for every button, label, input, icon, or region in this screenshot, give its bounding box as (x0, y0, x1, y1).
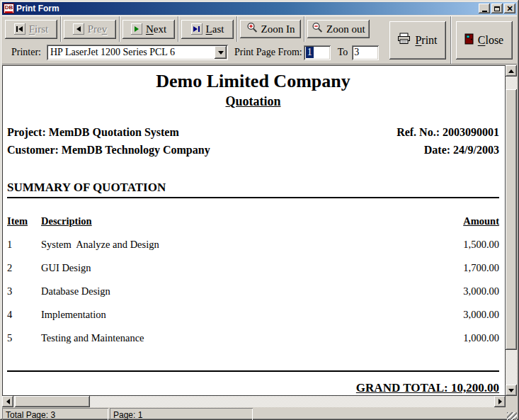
page-to-input[interactable]: 3 (352, 45, 379, 60)
app-icon-letters: DB (5, 5, 13, 11)
page-to-value: 3 (354, 47, 359, 58)
printer-select[interactable]: HP LaserJet 1200 Series PCL 6 (47, 45, 228, 60)
minimize-button[interactable] (479, 4, 490, 13)
total-divider (7, 370, 499, 372)
row-item-no: 1 (7, 239, 41, 251)
nav-button-row: FirstPrevNextLast Zoon In (2, 16, 384, 42)
zoom-out-icon (312, 22, 324, 37)
printer-icon (397, 33, 411, 47)
horizontal-scroll-thumb[interactable] (15, 396, 90, 407)
print-page-from-label: Print Page From: (234, 47, 302, 58)
document-page: Demo Limited Company Quotation Project: … (2, 65, 506, 396)
row-item-no: 4 (7, 309, 41, 321)
ref-no: Ref. No.: 2003090001 (397, 126, 499, 139)
section-divider (7, 197, 499, 198)
table-row: 3Database Design3,000.00 (7, 285, 499, 297)
table-header-row: Item Description Amount (7, 215, 499, 227)
app-icon: DB (4, 4, 14, 13)
go-first-icon (14, 23, 25, 35)
resize-grip[interactable] (507, 412, 517, 420)
row-amount: 1,500.00 (463, 239, 499, 251)
zoom-in-icon (246, 22, 258, 37)
document-title: Quotation (7, 94, 499, 109)
arrow-down-icon (508, 389, 514, 392)
last-button[interactable]: Last (181, 20, 234, 39)
last-label: Last (206, 23, 224, 35)
maximize-button[interactable] (491, 4, 503, 13)
row-description: Database Design (41, 285, 463, 297)
zoom-out-button[interactable]: Zoon out (307, 20, 370, 38)
close-icon: ✕ (506, 5, 513, 13)
status-spacer (254, 408, 506, 420)
first-button[interactable]: First (5, 20, 57, 39)
table-row: 1System Analyze and Design1,500.00 (7, 239, 499, 251)
zoom-in-button[interactable]: Zoon In (240, 20, 301, 38)
row-item-no: 2 (7, 262, 41, 274)
app-icon-bar (5, 11, 13, 13)
go-next-icon (131, 23, 142, 35)
row-description: System Analyze and Design (41, 239, 463, 251)
printer-row: Printer: HP LaserJet 1200 Series PCL 6 P… (2, 42, 384, 63)
print-button[interactable]: Print (389, 21, 446, 59)
next-label: Next (146, 23, 166, 35)
zoom-in-label: Zoon In (261, 23, 295, 35)
row-amount: 3,000.00 (463, 309, 499, 321)
horizontal-scroll-track[interactable] (13, 396, 494, 407)
scroll-right-button[interactable] (494, 396, 506, 407)
page-to-label: To (338, 47, 348, 58)
printer-label: Printer: (11, 47, 41, 58)
row-item-no: 3 (7, 285, 41, 297)
titlebar: DB Print Form ✕ (2, 2, 517, 15)
customer-line: Customer: MemDB Technology Company (7, 144, 210, 157)
statusbar: Total Page: 3 Page: 1 (2, 408, 517, 420)
go-prev-icon (73, 23, 84, 35)
toolbar: FirstPrevNextLast Zoon In (2, 16, 517, 64)
company-name: Demo Limited Company (7, 72, 499, 91)
chevron-down-icon (218, 51, 224, 55)
first-label: First (29, 23, 49, 35)
printer-dropdown-button[interactable] (215, 46, 227, 59)
print-form-window: DB Print Form ✕ FirstPrevNextLast (0, 0, 519, 420)
go-last-icon (191, 23, 203, 35)
print-label: Print (415, 34, 437, 47)
quotation-table: 1System Analyze and Design1,500.002GUI D… (7, 239, 499, 344)
table-row: 2GUI Design1,700.00 (7, 262, 499, 274)
table-row: 4Implementation3,000.00 (7, 309, 499, 321)
row-description: Implementation (41, 309, 463, 321)
next-button[interactable]: Next (122, 20, 175, 39)
close-window-button[interactable]: ✕ (504, 4, 515, 13)
prev-label: Prev (88, 23, 108, 35)
prev-button[interactable]: Prev (64, 20, 116, 39)
close-label: Close (478, 34, 503, 47)
row-description: Testing and Maintenance (41, 332, 463, 344)
minimize-icon (482, 11, 487, 12)
exit-door-icon (464, 33, 474, 47)
arrow-left-icon (6, 399, 10, 404)
row-amount: 3,000.00 (463, 285, 499, 297)
table-row: 5Testing and Maintenance1,000.00 (7, 332, 499, 344)
header-description: Description (41, 215, 463, 227)
page-from-input[interactable]: 1 (304, 45, 331, 60)
maximize-icon (494, 6, 500, 11)
close-button[interactable]: Close (456, 21, 513, 59)
scroll-down-button[interactable] (506, 385, 517, 396)
page-from-value: 1 (306, 47, 314, 58)
vertical-scrollbar[interactable] (506, 65, 517, 396)
arrow-right-icon (498, 399, 502, 404)
header-item: Item (7, 215, 41, 227)
row-description: GUI Design (41, 262, 463, 274)
scroll-up-button[interactable] (506, 65, 517, 76)
vertical-scroll-track[interactable] (506, 76, 517, 385)
scroll-left-button[interactable] (2, 396, 13, 407)
status-total-pages: Total Page: 3 (2, 408, 108, 420)
row-amount: 1,700.00 (463, 262, 499, 274)
header-amount: Amount (463, 215, 499, 227)
grand-total: GRAND TOTAL: 10,200.00 (7, 381, 499, 395)
horizontal-scrollbar[interactable] (2, 396, 506, 407)
section-title: SUMMARY OF QUOTATION (7, 181, 499, 195)
vertical-scroll-thumb[interactable] (506, 89, 517, 350)
row-item-no: 5 (7, 332, 41, 344)
print-preview-area: Demo Limited Company Quotation Project: … (2, 65, 517, 407)
arrow-up-icon (508, 69, 514, 73)
project-line: Project: MemDB Quotation System (7, 126, 179, 139)
